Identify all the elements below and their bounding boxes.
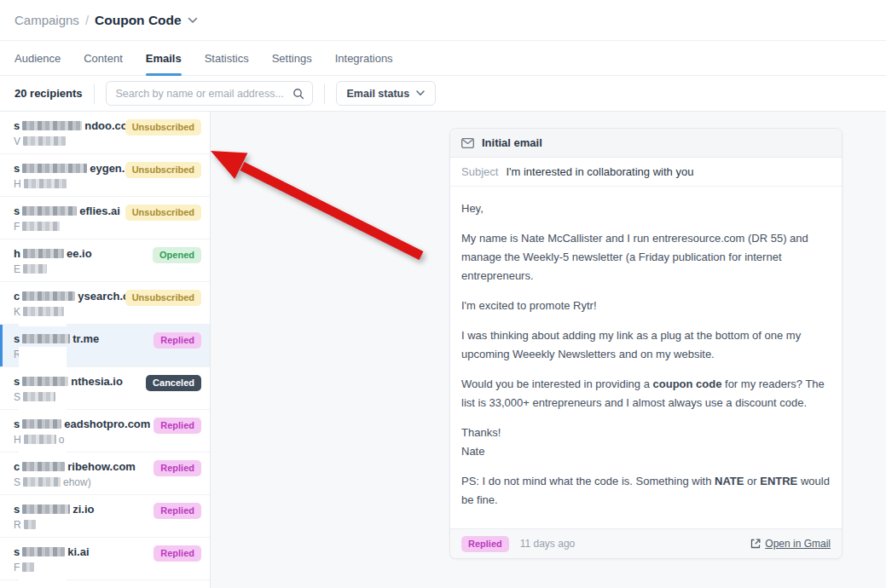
recipient-row[interactable]: cysearch.coKUnsubscribed — [0, 282, 210, 325]
subject-value: I'm interested in collaborating with you — [506, 165, 693, 178]
breadcrumb: Campaigns / Coupon Code — [0, 0, 886, 41]
page-title: Coupon Code — [95, 13, 182, 28]
recipient-list: sndoo.coVUnsubscribedseygen.comHUnsubscr… — [0, 112, 211, 588]
status-badge: Unsubscribed — [125, 205, 201, 221]
status-badge: Replied — [153, 460, 201, 476]
recipient-email: cribehow.com — [14, 459, 153, 474]
recipient-name: H — [14, 177, 125, 191]
recipient-row[interactable]: snthesia.ioSCanceled — [0, 367, 210, 410]
redacted-text — [22, 377, 68, 386]
email-paragraph: Thanks! — [461, 424, 831, 442]
status-badge: Canceled — [146, 375, 201, 391]
status-badge: Replied — [153, 332, 201, 349]
email-paragraph: I was thinking about adding my link as a… — [461, 326, 831, 364]
recipient-row[interactable]: cribehow.comSehow)Replied — [0, 453, 210, 495]
recipient-info: sndoo.coV — [14, 118, 125, 153]
recipient-name: V — [14, 135, 125, 148]
recipient-row[interactable]: ski.aiFReplied — [0, 538, 210, 580]
redacted-text — [22, 291, 75, 301]
redacted-text — [24, 435, 56, 444]
external-link-icon — [750, 539, 761, 549]
redacted-text — [22, 504, 70, 514]
recipient-email: sndoo.co — [14, 118, 125, 133]
recipient-name: F — [14, 561, 153, 574]
search-icon — [292, 88, 304, 100]
redacted-text — [22, 164, 87, 173]
recipient-email: seadshotpro.com — [14, 417, 153, 431]
recipient-info: seadshotpro.comHo — [14, 417, 153, 452]
recipient-email: cysearch.co — [14, 289, 125, 303]
recipient-info: seflies.aiF — [14, 204, 125, 239]
email-card-header: Initial email — [450, 129, 842, 158]
redacted-text — [23, 392, 55, 401]
recipient-email: ski.ai — [14, 545, 153, 559]
recipient-row[interactable]: seygen.comHUnsubscribed — [0, 154, 210, 197]
subject-label: Subject — [461, 165, 498, 178]
status-badge: Unsubscribed — [125, 290, 201, 306]
redacted-text — [22, 206, 77, 216]
email-card-footer: Replied 11 days ago Open in Gmail — [450, 528, 842, 558]
chevron-down-icon — [416, 90, 425, 96]
recipients-toolbar: 20 recipients Email status — [0, 76, 886, 112]
recipient-email: snthesia.io — [14, 374, 146, 389]
status-badge: Opened — [153, 247, 201, 263]
recipient-email: seygen.com — [14, 161, 125, 176]
recipient-name: E — [14, 262, 153, 276]
recipient-email: hee.io — [14, 246, 153, 261]
initial-email-card: Initial email Subject I'm interested in … — [449, 128, 843, 559]
open-in-gmail-link[interactable]: Open in Gmail — [750, 538, 831, 550]
recipient-name: Ho — [14, 433, 153, 447]
tab-audience[interactable]: Audience — [14, 41, 61, 75]
recipient-info: cribehow.comSehow) — [14, 459, 153, 494]
tab-settings[interactable]: Settings — [272, 41, 312, 75]
redacted-text — [23, 307, 64, 316]
search-field[interactable] — [116, 88, 292, 100]
redacted-text — [24, 520, 36, 529]
recipient-name: F — [14, 220, 125, 233]
email-body: Hey,My name is Nate McCallister and I ru… — [450, 187, 842, 528]
recipient-name: S — [14, 390, 146, 404]
email-paragraph: I'm excited to promote Rytr! — [461, 297, 831, 315]
tab-statistics[interactable]: Statistics — [205, 41, 249, 75]
status-badge: Unsubscribed — [125, 162, 201, 178]
recipient-row[interactable]: seadshotpro.comHoReplied — [0, 410, 210, 453]
redacted-text — [22, 222, 60, 231]
search-input[interactable] — [106, 81, 313, 106]
redacted-text — [22, 462, 65, 471]
breadcrumb-separator: / — [85, 13, 89, 27]
status-badge: Replied — [153, 418, 201, 434]
tab-emails[interactable]: Emails — [146, 41, 182, 75]
redacted-text — [22, 419, 61, 429]
recipient-info: hee.ioE — [14, 246, 153, 281]
email-status-filter[interactable]: Email status — [336, 81, 437, 106]
tab-content[interactable]: Content — [84, 41, 123, 75]
toolbar-divider — [94, 84, 95, 104]
recipient-info: seygen.comH — [14, 161, 125, 196]
recipient-row[interactable]: szi.ioRReplied — [0, 495, 210, 538]
status-badge: Replied — [461, 536, 509, 552]
tab-integrations[interactable]: Integrations — [335, 41, 393, 75]
recipient-row[interactable]: hee.ioEOpened — [0, 239, 210, 282]
recipient-info: cysearch.coK — [14, 289, 125, 324]
redacted-text — [23, 249, 64, 258]
breadcrumb-campaigns-link[interactable]: Campaigns — [14, 13, 79, 27]
recipient-row[interactable]: seflies.aiFUnsubscribed — [0, 197, 210, 239]
redaction-patch — [19, 579, 67, 582]
chevron-down-icon[interactable] — [188, 17, 198, 24]
redaction-patch — [19, 452, 67, 454]
status-badge: Unsubscribed — [125, 119, 201, 135]
redacted-text — [22, 334, 70, 343]
recipient-info: szi.ioR — [14, 502, 153, 537]
status-badge: Replied — [153, 503, 201, 519]
recipient-email: str.me — [14, 331, 153, 346]
redacted-text — [23, 136, 66, 146]
recipient-name: Sehow) — [14, 476, 153, 489]
recipient-name: K — [14, 305, 125, 319]
email-paragraph: My name is Nate McCallister and I run en… — [461, 229, 831, 285]
redacted-text — [24, 179, 67, 188]
redacted-text — [22, 562, 34, 572]
email-paragraph: PS: I do not mind what the code is. Some… — [461, 472, 831, 510]
recipient-row[interactable]: sndoo.coVUnsubscribed — [0, 112, 210, 154]
redacted-text — [23, 264, 47, 274]
main-area: sndoo.coVUnsubscribedseygen.comHUnsubscr… — [0, 112, 886, 588]
